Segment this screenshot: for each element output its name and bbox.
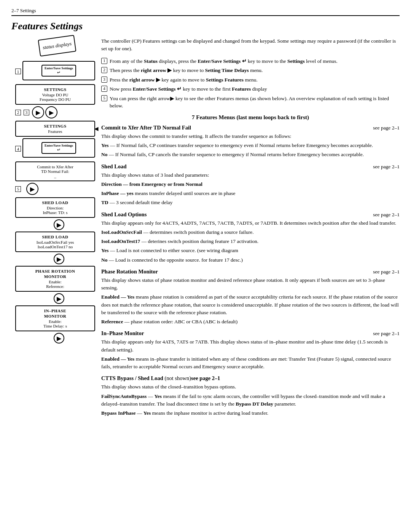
arrow-shed: ▶ bbox=[23, 219, 95, 230]
status-label: status displays bbox=[42, 41, 72, 50]
step-text-2: Then press the right arrow ▶ key to move… bbox=[110, 67, 263, 74]
subsection-shed: Shed Load see page 2–1 This display show… bbox=[101, 163, 400, 207]
settings-title-1: SETTINGS bbox=[19, 87, 91, 92]
enter-save-btn-1: Enter/Save Settings ↵ bbox=[41, 65, 76, 77]
features-text: Features bbox=[19, 129, 91, 134]
subsection-ctts: CTTS Bypass / Shed Load (not shown)see p… bbox=[101, 375, 400, 417]
step1-label: Enter/Save Settings bbox=[45, 66, 73, 70]
shed-load-wrapper: SHED LOAD Direction: InPhase: TD: s bbox=[15, 197, 95, 218]
settings-content-1: Voltage DO PU Frequency DO PU bbox=[19, 93, 91, 102]
settings-line-2: Frequency DO PU bbox=[19, 97, 91, 102]
subsection-shed-header: Shed Load see page 2–1 bbox=[101, 163, 400, 170]
step2-num: 2 bbox=[15, 110, 21, 115]
ctts-body: This display shows status of the closed–… bbox=[101, 383, 400, 417]
step-circle-1: 1 bbox=[101, 58, 107, 64]
arrow-phase: ▶ bbox=[23, 254, 95, 264]
step5-row: 5 ▶ bbox=[15, 183, 95, 195]
inphase-monitor-box: IN–PHASE MONITOR Enable: Time Delay: s bbox=[15, 305, 95, 331]
shed-ref: see page 2–1 bbox=[373, 164, 400, 170]
content-wrapper: status displays 1 Enter/Save Settings ↵ … bbox=[11, 37, 400, 422]
phase-p3: Reference — phase rotation order: ABC or… bbox=[101, 318, 400, 326]
shed-title: Shed Load bbox=[101, 163, 127, 170]
list-item-1: 1 From any of the Status displays, press… bbox=[101, 58, 400, 65]
phase-monitor-wrapper: PHASE ROTATION MONITOR Enable: Reference… bbox=[15, 266, 95, 292]
step1-row: 1 Enter/Save Settings ↵ bbox=[15, 61, 95, 82]
phase-p1: This display shows status of phase rotat… bbox=[101, 276, 400, 292]
shed-opts-ref: see page 2–1 bbox=[373, 212, 400, 218]
shed-opts-p2: IsoLoadOnSrcFail — determines switch pos… bbox=[101, 228, 400, 236]
settings-features-wrapper: SETTINGS Features ◄ bbox=[15, 121, 95, 137]
shed-load-opts-title: SHED LOAD bbox=[19, 235, 91, 239]
bracket-arrow: ◄ bbox=[93, 125, 100, 133]
inphase-body: This display appears only for 4ATS, 7ATS… bbox=[101, 338, 400, 371]
features-label: Features bbox=[19, 129, 91, 134]
subsection-inphase-header: In–Phase Monitor see page 2–1 bbox=[101, 330, 400, 337]
step-text-5: You can press the right arrow▶ key to se… bbox=[110, 95, 400, 110]
ctts-title: CTTS Bypass / Shed Load (not shown)see p… bbox=[101, 375, 220, 382]
inphase-title1: IN–PHASE bbox=[19, 308, 91, 313]
list-item-5: 5 You can press the right arrow▶ key to … bbox=[101, 95, 400, 110]
final-arrow-btn[interactable]: ▶ bbox=[54, 333, 64, 343]
shed-opts-p5: No — Load is connected to the opposite s… bbox=[101, 256, 400, 264]
shed-opt-line2: IsoLoadOnTest17 no bbox=[19, 244, 91, 249]
ctts-p3: Bypass InPhase — Yes means the inphase m… bbox=[101, 409, 400, 417]
commit-body-p3: No — If Normal fails, CP cancels the tra… bbox=[101, 151, 400, 158]
subsection-shed-opts-header: Shed Load Options see page 2–1 bbox=[101, 211, 400, 218]
arrow-btn-right[interactable]: ▶ bbox=[45, 106, 57, 118]
phase-ref: see page 2–1 bbox=[373, 269, 400, 275]
phase-monitor-box: PHASE ROTATION MONITOR Enable: Reference… bbox=[15, 266, 95, 292]
phase-body: This display shows status of phase rotat… bbox=[101, 276, 400, 326]
phase-monitor-title1: PHASE ROTATION bbox=[19, 269, 91, 273]
shed-arrow-btn[interactable]: ▶ bbox=[54, 219, 64, 230]
inphase-title: In–Phase Monitor bbox=[101, 330, 144, 337]
shed-p3: InPhase — yes means transfer delayed unt… bbox=[101, 190, 400, 197]
shed-p4: TD — 3 second default time delay bbox=[101, 199, 400, 206]
list-item-4: 4 Now press Enter/Save Settings ↵ key to… bbox=[101, 85, 400, 93]
phase-p2: Enabled — Yes means phase rotation is co… bbox=[101, 293, 400, 316]
commit-line2: TD Normal Fail: bbox=[19, 169, 91, 174]
settings-line-1: Voltage DO PU bbox=[19, 93, 91, 97]
section-title-text: 7 Features Menus (last menu loops back t… bbox=[192, 114, 309, 120]
step4-label: Enter/Save Settings bbox=[45, 144, 73, 147]
step-circle-4: 4 bbox=[101, 86, 107, 92]
inphase-ref: see page 2–1 bbox=[373, 331, 400, 337]
arrow-btn-left[interactable]: ▶ bbox=[32, 106, 44, 118]
step1-arrow: ↵ bbox=[45, 70, 73, 75]
header-bar: 2–7 Settings bbox=[11, 8, 400, 16]
commit-title: Commit to Xfer After TD Normal Fail bbox=[101, 125, 191, 131]
settings-box-1-wrapper: SETTINGS Voltage DO PU Frequency DO PU bbox=[15, 84, 95, 105]
settings-features-box: SETTINGS Features bbox=[15, 121, 95, 137]
commit-box: Commit to Xfer After TD Normal Fail: _ bbox=[15, 161, 95, 181]
shed-load-box: SHED LOAD Direction: InPhase: TD: s bbox=[15, 197, 95, 218]
settings-box-1: SETTINGS Voltage DO PU Frequency DO PU bbox=[15, 84, 95, 105]
list-item-2: 2 Then press the right arrow ▶ key to mo… bbox=[101, 67, 400, 74]
shed-load-opts-wrapper: SHED LOAD IsoLoadOnSrcFail yes IsoLoadOn… bbox=[15, 232, 95, 252]
phase-monitor-title2: MONITOR bbox=[19, 274, 91, 279]
ctts-p1: This display shows status of the closed–… bbox=[101, 383, 400, 391]
inphase-arrow-btn[interactable]: ▶ bbox=[54, 293, 64, 304]
shed-load-title: SHED LOAD bbox=[19, 200, 91, 205]
phase-enable: Enable: bbox=[19, 280, 91, 284]
shed-load-opts-box: SHED LOAD IsoLoadOnSrcFail yes IsoLoadOn… bbox=[15, 232, 95, 252]
commit-line3: _ bbox=[19, 174, 91, 178]
shed-load-opts-content: IsoLoadOnSrcFail yes IsoLoadOnTest17 no bbox=[19, 240, 91, 249]
commit-line1: Commit to Xfer After bbox=[19, 165, 91, 169]
shed-p1: This display shows status of 3 load shed… bbox=[101, 171, 400, 179]
inphase-timedelay: Time Delay: s bbox=[19, 324, 91, 328]
left-panel: status displays 1 Enter/Save Settings ↵ … bbox=[11, 37, 95, 422]
commit-box-wrapper: Commit to Xfer After TD Normal Fail: _ bbox=[15, 161, 95, 181]
subsection-phase-header: Phase Rotation Monitor see page 2–1 bbox=[101, 268, 400, 275]
enter-save-btn-2: Enter/Save Settings ↵ bbox=[41, 142, 76, 154]
step23-row: 2 3 ▶ ▶ bbox=[15, 106, 95, 118]
inphase-monitor-wrapper: IN–PHASE MONITOR Enable: Time Delay: s bbox=[15, 305, 95, 331]
final-arrow-wrap: ▶ bbox=[23, 333, 95, 343]
settings-title-2: SETTINGS bbox=[19, 124, 91, 128]
subsection-inphase: In–Phase Monitor see page 2–1 This displ… bbox=[101, 330, 400, 371]
phase-arrow-btn[interactable]: ▶ bbox=[54, 254, 64, 264]
commit-body-p1: This display shows the commit to transfe… bbox=[101, 133, 400, 140]
step5-arrow-btn[interactable]: ▶ bbox=[26, 183, 38, 195]
shed-opt-line1: IsoLoadOnSrcFail yes bbox=[19, 240, 91, 244]
shed-opts-title: Shed Load Options bbox=[101, 211, 147, 218]
section-title: 7 Features Menus (last menu loops back t… bbox=[101, 114, 400, 121]
step-circle-2: 2 bbox=[101, 67, 107, 73]
